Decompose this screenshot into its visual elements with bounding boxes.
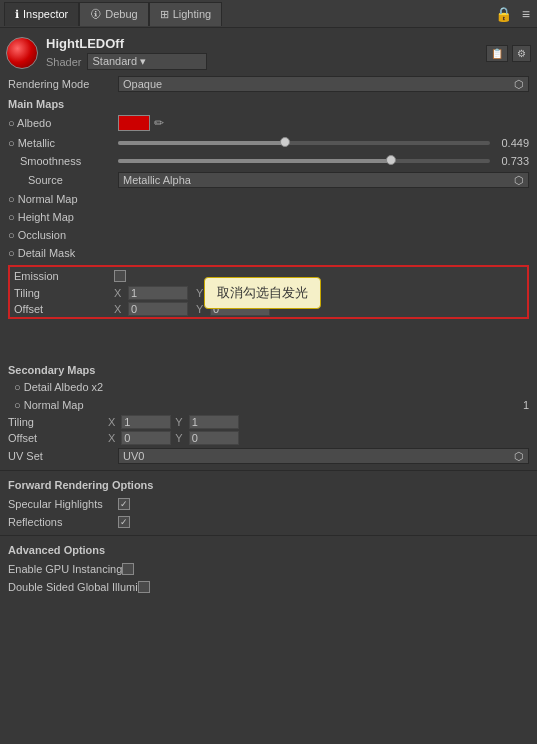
specular-checkbox[interactable] [118,498,130,510]
emission-label: Emission [14,270,114,282]
secondary-offset-label: Offset [8,432,108,444]
lighting-tab-icon: ⊞ [160,8,169,21]
albedo-swatch[interactable] [118,115,150,131]
inspector-content: HightLEDOff Shader Standard ▾ 📋 ⚙ Render… [0,28,537,744]
rendering-mode-row: Rendering Mode Opaque ⬡ [0,74,537,94]
advanced-options-section: Advanced Options [0,540,537,560]
secondary-maps-header: Secondary Maps [0,360,537,378]
metallic-label: ○ Metallic [8,137,118,149]
emission-checkbox[interactable] [114,270,126,282]
tab-inspector[interactable]: ℹ Inspector [4,2,79,26]
lighting-tab-label: Lighting [173,8,212,20]
shader-dropdown[interactable]: Standard ▾ [87,53,207,70]
header-info: HightLEDOff Shader Standard ▾ [46,36,478,70]
offset-x-input[interactable] [128,302,188,316]
tiling-label: Tiling [14,287,114,299]
advanced-options-title: Advanced Options [8,544,105,556]
metallic-slider[interactable] [118,141,490,145]
reflections-row: Reflections [0,513,537,531]
gear-button[interactable]: ⚙ [512,45,531,62]
object-icon [6,37,38,69]
smoothness-label: Smoothness [8,155,118,167]
double-sided-checkbox[interactable] [138,581,150,593]
specular-label: Specular Highlights [8,498,118,510]
object-name: HightLEDOff [46,36,478,51]
sec-offset-y-input[interactable] [189,431,239,445]
lock-button[interactable]: 🔒 [492,6,515,22]
metallic-row: ○ Metallic 0.449 [0,134,537,152]
debug-tab-icon: 🛈 [90,8,101,20]
double-sided-row: Double Sided Global Illumi [0,578,537,596]
secondary-normal-map-row: ○ Normal Map 1 [0,396,537,414]
reflections-label: Reflections [8,516,118,528]
tab-bar: ℹ Inspector 🛈 Debug ⊞ Lighting 🔒 ≡ [0,0,537,28]
secondary-offset-row: Offset X Y [0,430,537,446]
secondary-normal-map-label: ○ Normal Map [8,399,118,411]
gpu-instancing-row: Enable GPU Instancing [0,560,537,578]
tiling-x-input[interactable] [128,286,188,300]
tiling-x-label: X [114,287,128,299]
detail-mask-row: ○ Detail Mask [0,244,537,262]
detail-albedo-label: ○ Detail Albedo x2 [8,381,118,393]
advanced-options-header: Advanced Options [8,544,529,558]
tab-debug[interactable]: 🛈 Debug [79,2,148,26]
offset-label: Offset [14,303,114,315]
double-sided-label: Double Sided Global Illumi [8,581,138,593]
smoothness-value: 0.733 [494,155,529,167]
gpu-instancing-checkbox[interactable] [122,563,134,575]
source-label: Source [8,174,118,186]
height-map-label: ○ Height Map [8,211,118,223]
object-header: HightLEDOff Shader Standard ▾ 📋 ⚙ [0,32,537,74]
gpu-instancing-label: Enable GPU Instancing [8,563,122,575]
secondary-normal-map-value: 1 [523,399,529,411]
sec-offset-x-label: X [108,432,115,444]
uv-set-row: UV Set UV0 ⬡ [0,446,537,466]
forward-rendering-section: Forward Rendering Options [0,475,537,495]
more-options-button[interactable]: ≡ [519,6,533,22]
shader-label: Shader [46,56,81,68]
forward-rendering-title: Forward Rendering Options [8,479,153,491]
sec-tiling-y-label: Y [175,416,182,428]
sec-offset-y-label: Y [175,432,182,444]
source-row: Source Metallic Alpha ⬡ [0,170,537,190]
normal-map-row: ○ Normal Map [0,190,537,208]
debug-tab-label: Debug [105,8,137,20]
sec-tiling-y-input[interactable] [189,415,239,429]
rendering-mode-label: Rendering Mode [8,78,118,90]
offset-x-label: X [114,303,128,315]
inspector-tab-label: Inspector [23,8,68,20]
source-dropdown[interactable]: Metallic Alpha ⬡ [118,172,529,188]
book-button[interactable]: 📋 [486,45,508,62]
secondary-tiling-row: Tiling X Y [0,414,537,430]
sec-tiling-x-input[interactable] [121,415,171,429]
tab-lighting[interactable]: ⊞ Lighting [149,2,223,26]
albedo-edit-icon[interactable]: ✏ [154,116,164,130]
forward-rendering-header: Forward Rendering Options [8,479,529,493]
sec-offset-x-input[interactable] [121,431,171,445]
tooltip-bubble: 取消勾选自发光 [204,277,321,309]
detail-mask-label: ○ Detail Mask [8,247,118,259]
uv-set-label: UV Set [8,450,118,462]
inspector-tab-icon: ℹ [15,8,19,21]
detail-albedo-row: ○ Detail Albedo x2 [0,378,537,396]
main-maps-header: Main Maps [0,94,537,112]
smoothness-slider[interactable] [118,159,490,163]
specular-row: Specular Highlights [0,495,537,513]
metallic-value: 0.449 [494,137,529,149]
height-map-row: ○ Height Map [0,208,537,226]
sec-tiling-x-label: X [108,416,115,428]
reflections-checkbox[interactable] [118,516,130,528]
rendering-mode-dropdown[interactable]: Opaque ⬡ [118,76,529,92]
occlusion-row: ○ Occlusion [0,226,537,244]
smoothness-row: Smoothness 0.733 [0,152,537,170]
secondary-tiling-label: Tiling [8,416,108,428]
albedo-row: ○ Albedo ✏ [0,112,537,134]
occlusion-label: ○ Occlusion [8,229,118,241]
normal-map-label: ○ Normal Map [8,193,118,205]
albedo-label: ○ Albedo [8,117,118,129]
uv-set-dropdown[interactable]: UV0 ⬡ [118,448,529,464]
